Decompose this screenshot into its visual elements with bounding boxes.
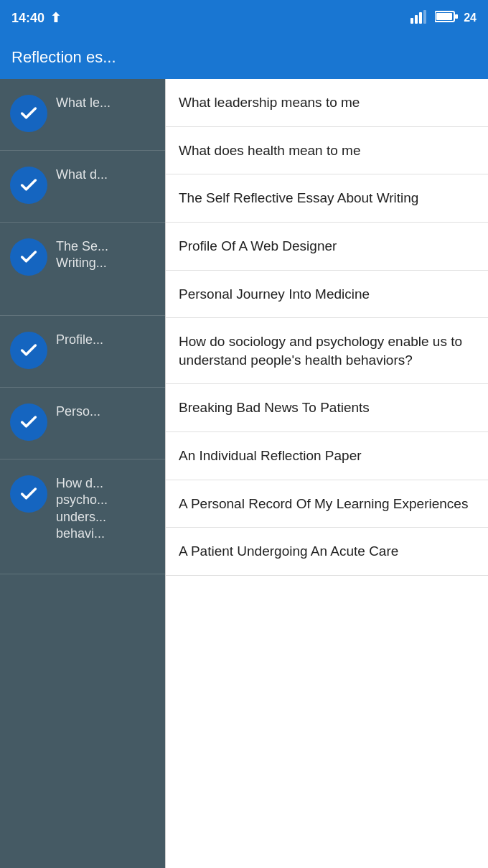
list-item[interactable]: How d...psycho...unders...behavi... bbox=[0, 459, 165, 574]
dropdown-item-2[interactable]: What does health mean to me bbox=[166, 127, 488, 175]
check-icon-1 bbox=[10, 95, 47, 132]
list-item[interactable]: Profile... bbox=[0, 316, 165, 388]
svg-rect-0 bbox=[410, 18, 413, 24]
dropdown-item-3[interactable]: The Self Reflective Essay About Writing bbox=[166, 174, 488, 223]
list-item-text-4: Profile... bbox=[56, 329, 103, 348]
list-item-text-1: What le... bbox=[56, 92, 111, 111]
list-item[interactable]: What le... bbox=[0, 79, 165, 151]
check-icon-2 bbox=[10, 167, 47, 204]
svg-rect-3 bbox=[423, 10, 426, 24]
list-item[interactable]: The Se...Writing... bbox=[0, 223, 165, 316]
dropdown-item-6[interactable]: How do sociology and psychology enable u… bbox=[166, 318, 488, 384]
battery-percent: 24 bbox=[464, 11, 477, 24]
check-icon-4 bbox=[10, 332, 47, 369]
upload-icon: ⬆ bbox=[50, 10, 61, 26]
status-bar: 14:40 ⬆ 24 bbox=[0, 0, 488, 36]
svg-rect-2 bbox=[419, 12, 422, 24]
check-icon-6 bbox=[10, 475, 47, 513]
main-container: What le... What d... The Se...Writing... bbox=[0, 79, 488, 868]
dropdown-item-8[interactable]: An Individual Reflection Paper bbox=[166, 432, 488, 480]
dropdown-item-5[interactable]: Personal Journey Into Medicine bbox=[166, 271, 488, 319]
svg-rect-1 bbox=[415, 15, 418, 24]
status-time: 14:40 bbox=[11, 11, 44, 26]
check-icon-3 bbox=[10, 238, 47, 276]
list-item-text-3: The Se...Writing... bbox=[56, 235, 108, 272]
list-item-text-5: Perso... bbox=[56, 401, 100, 420]
signal-icon bbox=[410, 9, 429, 27]
status-left: 14:40 ⬆ bbox=[11, 10, 61, 26]
battery-icon bbox=[435, 10, 458, 26]
left-panel: What le... What d... The Se...Writing... bbox=[0, 79, 165, 868]
app-title: Reflection es... bbox=[11, 48, 116, 67]
app-header: Reflection es... bbox=[0, 36, 488, 79]
list-item[interactable]: What d... bbox=[0, 151, 165, 223]
dropdown-item-10[interactable]: A Patient Undergoing An Acute Care bbox=[166, 528, 488, 576]
list-item[interactable]: Perso... bbox=[0, 388, 165, 459]
status-right: 24 bbox=[410, 9, 477, 27]
dropdown-item-9[interactable]: A Personal Record Of My Learning Experie… bbox=[166, 480, 488, 528]
dropdown-item-4[interactable]: Profile Of A Web Designer bbox=[166, 223, 488, 271]
svg-rect-6 bbox=[455, 14, 458, 19]
dropdown-item-1[interactable]: What leadership means to me bbox=[166, 79, 488, 127]
list-item-text-6: How d...psycho...unders...behavi... bbox=[56, 472, 108, 543]
dropdown-item-7[interactable]: Breaking Bad News To Patients bbox=[166, 384, 488, 432]
right-dropdown-panel: What leadership means to me What does he… bbox=[165, 79, 488, 868]
svg-rect-5 bbox=[436, 13, 452, 20]
list-item-text-2: What d... bbox=[56, 164, 108, 183]
check-icon-5 bbox=[10, 403, 47, 441]
